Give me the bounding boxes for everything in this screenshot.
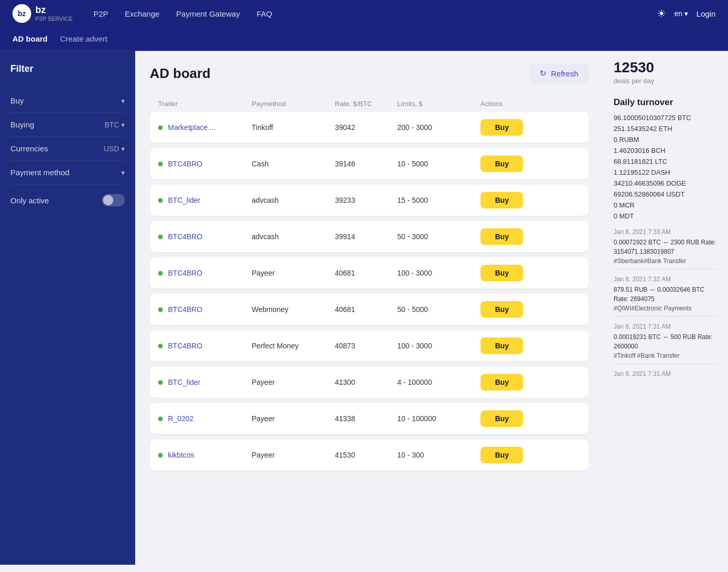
buy-button[interactable]: Buy (480, 447, 523, 463)
buy-button[interactable]: Buy (480, 337, 523, 354)
paymethod-cell: Payeer (252, 414, 335, 423)
buy-button[interactable]: Buy (480, 119, 523, 136)
online-indicator (158, 307, 163, 312)
trader-link[interactable]: R_0202 (168, 414, 193, 423)
online-indicator (158, 380, 163, 385)
limits-cell: 10 - 300 (397, 451, 480, 459)
rate-cell: 39233 (335, 196, 397, 204)
chevron-down-icon: ▾ (121, 168, 125, 177)
trader-cell: BTC4BRO (158, 342, 252, 350)
trader-link[interactable]: BTC4BRO (168, 305, 202, 314)
trader-cell: kikbtcos (158, 451, 252, 459)
trader-link[interactable]: BTC4BRO (168, 232, 202, 241)
logo-icon: bz (12, 4, 31, 23)
buy-button[interactable]: Buy (480, 192, 523, 209)
nav-p2p[interactable]: P2P (94, 9, 108, 18)
rate-cell: 41300 (335, 378, 397, 386)
action-cell: Buy (480, 374, 543, 391)
trader-link[interactable]: BTC4BRO (168, 342, 202, 350)
rate-cell: 40681 (335, 269, 397, 277)
rate-cell: 39042 (335, 123, 397, 132)
online-indicator (158, 453, 163, 458)
chevron-down-icon: ▾ (121, 121, 125, 129)
action-cell: Buy (480, 337, 543, 354)
filter-buying[interactable]: Buying BTC ▾ (10, 113, 125, 137)
trader-link[interactable]: BTC_lider (168, 378, 200, 386)
limits-cell: 10 - 100000 (397, 414, 480, 423)
action-cell: Buy (480, 265, 543, 281)
online-indicator (158, 235, 163, 239)
trader-link[interactable]: Marketplace.... (168, 123, 216, 132)
action-cell: Buy (480, 192, 543, 209)
trader-link[interactable]: BTC_lider (168, 196, 200, 204)
buy-button[interactable]: Buy (480, 228, 523, 245)
limits-cell: 200 - 3000 (397, 123, 480, 132)
table-row: BTC4BRO Payeer 40681 100 - 3000 Buy (150, 257, 589, 289)
table-row: R_0202 Payeer 41338 10 - 100000 Buy (150, 403, 589, 434)
nav-exchange[interactable]: Exchange (125, 9, 160, 18)
transactions-list: Jan 8, 2021 7:33 AM0.00072922 BTC ↔ 2300… (614, 228, 718, 378)
buy-button[interactable]: Buy (480, 410, 523, 427)
theme-toggle-icon[interactable]: ☀ (657, 7, 666, 20)
online-indicator (158, 125, 163, 130)
trader-link[interactable]: kikbtcos (168, 451, 194, 459)
action-cell: Buy (480, 155, 543, 172)
table-header: Trader Paymethod Rate, $/BTC Limits, $ A… (150, 96, 589, 112)
buy-button[interactable]: Buy (480, 265, 523, 281)
trader-link[interactable]: BTC4BRO (168, 269, 202, 277)
action-cell: Buy (480, 301, 543, 318)
rate-cell: 40873 (335, 342, 397, 350)
tx-divider (614, 363, 718, 364)
nav-payment-gateway[interactable]: Payment Gateway (176, 9, 240, 18)
trader-cell: BTC_lider (158, 378, 252, 386)
turnover-item: 0 RUBM (614, 136, 718, 144)
turnover-item: 96.10005010307725 BTC (614, 114, 718, 122)
filter-currencies[interactable]: Currencies USD ▾ (10, 137, 125, 161)
tx-divider (614, 269, 718, 269)
turnover-item: 0 MCR (614, 201, 718, 209)
chevron-down-icon: ▾ (684, 9, 688, 18)
turnover-item: 1.12195122 DASH (614, 168, 718, 176)
paymethod-cell: Payeer (252, 269, 335, 277)
tx-tags: #Tinkoff #Bank Transfer (614, 352, 718, 359)
trader-link[interactable]: BTC4BRO (168, 160, 202, 168)
only-active-row: Only active (10, 185, 125, 216)
main-layout: Filter Buy ▾ Buying BTC ▾ Currencies USD… (0, 51, 728, 565)
buy-button[interactable]: Buy (480, 374, 523, 391)
trader-cell: BTC4BRO (158, 232, 252, 241)
breadcrumb-create-advert[interactable]: Create advert (60, 34, 108, 43)
rate-cell: 40681 (335, 305, 397, 314)
chevron-down-icon: ▾ (121, 145, 125, 153)
tx-tags: #Sberbank#Bank Transfer (614, 257, 718, 265)
logo[interactable]: bz bz P2P SERVICE (12, 4, 73, 23)
breadcrumb-ad-board[interactable]: AD board (12, 34, 48, 43)
filter-payment-method[interactable]: Payment method ▾ (10, 161, 125, 185)
page-title: AD board (150, 66, 211, 82)
tx-detail: 0.00019231 BTC ↔ 500 RUB Rate: 2600000 (614, 332, 718, 351)
nav-links: P2P Exchange Payment Gateway FAQ (94, 9, 657, 18)
paymethod-cell: Payeer (252, 451, 335, 459)
only-active-toggle[interactable] (102, 194, 125, 206)
table-row: BTC4BRO Perfect Money 40873 100 - 3000 B… (150, 330, 589, 361)
nav-faq[interactable]: FAQ (256, 9, 272, 18)
refresh-button[interactable]: ↻ Refresh (529, 63, 589, 83)
buy-button[interactable]: Buy (480, 155, 523, 172)
tx-date: Jan 8, 2021 7:31 AM (614, 323, 718, 330)
limits-cell: 100 - 3000 (397, 342, 480, 350)
online-indicator (158, 417, 163, 421)
table-row: BTC4BRO Cash 39146 10 - 5000 Buy (150, 148, 589, 179)
paymethod-cell: Webmoney (252, 305, 335, 314)
online-indicator (158, 198, 163, 203)
trader-cell: Marketplace.... (158, 123, 252, 132)
breadcrumb: AD board Create advert (0, 27, 728, 51)
buy-button[interactable]: Buy (480, 301, 523, 318)
paymethod-cell: Cash (252, 160, 335, 168)
action-cell: Buy (480, 119, 543, 136)
toggle-knob (103, 195, 113, 205)
login-button[interactable]: Login (696, 9, 716, 18)
filter-buy[interactable]: Buy ▾ (10, 89, 125, 113)
online-indicator (158, 271, 163, 276)
trader-cell: BTC4BRO (158, 269, 252, 277)
rate-cell: 41338 (335, 414, 397, 423)
language-selector[interactable]: en ▾ (674, 9, 688, 18)
